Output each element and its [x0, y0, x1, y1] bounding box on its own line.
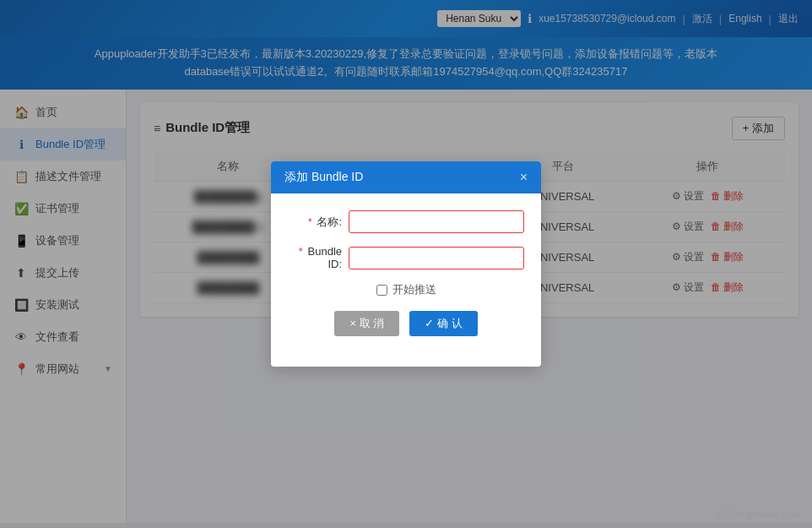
push-label: 开始推送: [392, 282, 436, 297]
modal-title: 添加 Bundle ID: [284, 170, 363, 185]
form-row-bundle: * Bundle ID:: [288, 245, 524, 270]
name-input[interactable]: [349, 210, 524, 233]
confirm-button[interactable]: ✓ 确 认: [409, 311, 477, 336]
modal-header: 添加 Bundle ID ×: [271, 161, 541, 193]
modal-body: * 名称: * Bundle ID: 开始推送 × 取 消 ✓ 确 认: [271, 193, 541, 367]
bundle-id-input[interactable]: [349, 247, 524, 269]
modal-footer: × 取 消 ✓ 确 认: [288, 311, 524, 353]
cancel-button[interactable]: × 取 消: [334, 311, 399, 336]
name-label: * 名称:: [288, 215, 349, 230]
form-row-name: * 名称:: [288, 210, 524, 233]
required-star2: *: [299, 245, 303, 258]
modal-close-button[interactable]: ×: [520, 171, 528, 184]
required-star: *: [308, 215, 312, 228]
modal-overlay: 添加 Bundle ID × * 名称: * Bundle ID: 开始推送: [0, 0, 812, 528]
push-checkbox[interactable]: [376, 285, 387, 296]
push-checkbox-row: 开始推送: [288, 282, 524, 297]
watermark: CSDN @smart_cool: [717, 509, 800, 520]
add-bundle-modal: 添加 Bundle ID × * 名称: * Bundle ID: 开始推送: [271, 161, 541, 367]
bundle-label: * Bundle ID:: [288, 245, 349, 270]
